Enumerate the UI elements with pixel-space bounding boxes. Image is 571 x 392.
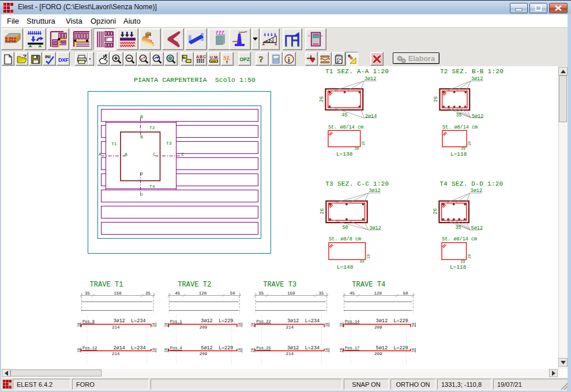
svg-text:10: 10 (412, 322, 416, 327)
svg-text:L=148: L=148 (337, 264, 354, 270)
svg-text:T4 SEZ. D-D 1:20: T4 SEZ. D-D 1:20 (439, 180, 503, 187)
svg-text:3ø12 L=229: 3ø12 L=229 (376, 318, 408, 324)
svg-text:T3: T3 (166, 141, 172, 146)
svg-text:35: 35 (145, 291, 151, 296)
svg-text:10: 10 (77, 322, 81, 327)
svg-text:50: 50 (342, 225, 348, 231)
svg-text:OPZ: OPZ (240, 56, 250, 62)
svg-text:TRAVE T1: TRAVE T1 (90, 281, 123, 289)
svg-text:C: C (182, 152, 185, 157)
svg-text:20: 20 (367, 254, 371, 258)
svg-text:10: 10 (152, 322, 156, 327)
svg-text:50: 50 (230, 291, 236, 296)
svg-text:10: 10 (152, 348, 156, 352)
svg-text:5ø12 L=229: 5ø12 L=229 (201, 345, 233, 351)
svg-text:20: 20 (362, 141, 366, 146)
svg-text:T3 SEZ. C-C 1:20: T3 SEZ. C-C 1:20 (325, 180, 389, 187)
svg-text:45: 45 (175, 291, 181, 296)
svg-text:T4: T4 (149, 184, 155, 189)
svg-text:3ø12: 3ø12 (471, 188, 482, 194)
svg-text:10: 10 (251, 348, 255, 352)
svg-text:Pos.1: Pos.1 (170, 319, 182, 324)
svg-text:Pos.4: Pos.4 (170, 346, 182, 350)
svg-text:T2: T2 (149, 125, 155, 130)
svg-text:214: 214 (286, 325, 294, 330)
svg-text:St. ø8/14 cm: St. ø8/14 cm (328, 125, 363, 130)
svg-text:20: 20 (468, 141, 472, 146)
svg-text:2ø14 L=234: 2ø14 L=234 (114, 345, 146, 351)
svg-text:Pos.22: Pos.22 (257, 319, 271, 324)
svg-text:?: ? (259, 55, 264, 64)
svg-text:214: 214 (286, 352, 294, 356)
svg-text:120: 120 (199, 291, 207, 296)
svg-text:TRAVE T2: TRAVE T2 (178, 281, 211, 289)
svg-text:2ø14: 2ø14 (365, 114, 377, 119)
svg-text:3ø12 L=234: 3ø12 L=234 (287, 318, 320, 324)
svg-text:L=138: L=138 (336, 151, 353, 157)
svg-text:10: 10 (238, 322, 242, 327)
svg-text:45: 45 (341, 112, 347, 118)
svg-text:St. ø8/8 cm: St. ø8/8 cm (329, 236, 361, 242)
svg-text:26: 26 (433, 96, 439, 102)
svg-text:INI: INI (45, 54, 51, 59)
svg-text:St. ø8/14 cm: St. ø8/14 cm (442, 236, 477, 242)
svg-text:A: A (125, 152, 127, 157)
svg-text:U.M.: U.M. (210, 55, 219, 60)
svg-text:35: 35 (85, 291, 91, 296)
svg-text:3ø12 L=229: 3ø12 L=229 (201, 318, 233, 324)
svg-text:L=118: L=118 (450, 264, 467, 270)
svg-text:39: 39 (355, 147, 359, 151)
svg-text:B: B (140, 134, 143, 140)
svg-text:5ø12: 5ø12 (471, 225, 483, 231)
svg-text:C: C (153, 152, 156, 157)
svg-text:10: 10 (164, 348, 168, 352)
svg-text:5ø12: 5ø12 (472, 114, 483, 119)
svg-text:3ø12: 3ø12 (471, 76, 483, 82)
svg-text:T1 SEZ. A-A 1:20: T1 SEZ. A-A 1:20 (325, 68, 389, 75)
svg-text:150: 150 (114, 291, 122, 296)
svg-text:209: 209 (374, 352, 382, 356)
svg-text:PIANTA CARPENTERIA Scolo 1:50: PIANTA CARPENTERIA Scolo 1:50 (134, 76, 256, 84)
svg-text:Pos.14: Pos.14 (345, 319, 359, 324)
svg-text:L=118: L=118 (450, 151, 467, 157)
svg-text:TRAVE T3: TRAVE T3 (263, 281, 296, 289)
svg-text:120: 120 (374, 291, 382, 296)
svg-text:209: 209 (200, 325, 208, 330)
svg-text:SL: SL (223, 54, 231, 61)
svg-text:D: D (140, 192, 143, 197)
svg-text:3ø12: 3ø12 (369, 188, 380, 194)
svg-text:Pos.25: Pos.25 (257, 346, 271, 350)
svg-text:35: 35 (455, 225, 461, 231)
svg-text:26: 26 (319, 96, 325, 102)
svg-text:35: 35 (318, 291, 324, 296)
svg-text:10: 10 (238, 348, 242, 352)
svg-text:Pos.12: Pos.12 (82, 346, 97, 350)
svg-text:214: 214 (112, 352, 120, 356)
svg-text:50: 50 (403, 291, 409, 296)
svg-text:10: 10 (340, 322, 344, 327)
svg-text:150: 150 (287, 291, 295, 296)
svg-text:Pos.9: Pos.9 (82, 319, 95, 324)
svg-text:ABC: ABC (196, 54, 206, 58)
svg-text:45: 45 (350, 291, 355, 296)
svg-text:209: 209 (374, 325, 382, 330)
svg-text:35: 35 (258, 291, 264, 296)
svg-text:B: B (140, 114, 143, 119)
svg-text:26: 26 (320, 208, 325, 214)
svg-text:i: i (288, 55, 290, 63)
svg-text:10: 10 (251, 322, 255, 327)
svg-text:10: 10 (325, 348, 329, 352)
svg-text:3ø12 L=234: 3ø12 L=234 (114, 318, 146, 324)
svg-text:10: 10 (325, 322, 329, 327)
svg-text:3ø12: 3ø12 (365, 76, 376, 82)
svg-text:DXF: DXF (58, 56, 69, 63)
svg-text:T2 SEZ. B-B 1:20: T2 SEZ. B-B 1:20 (440, 68, 504, 75)
svg-text:209: 209 (200, 352, 208, 356)
svg-text:214: 214 (112, 325, 120, 330)
svg-text:T1: T1 (111, 141, 117, 146)
svg-text:44: 44 (360, 260, 365, 264)
svg-text:10: 10 (77, 348, 81, 352)
svg-text:Pos.17: Pos.17 (345, 346, 359, 350)
svg-text:26: 26 (433, 208, 438, 214)
svg-text:St. ø8/14 cm: St. ø8/14 cm (442, 125, 478, 130)
